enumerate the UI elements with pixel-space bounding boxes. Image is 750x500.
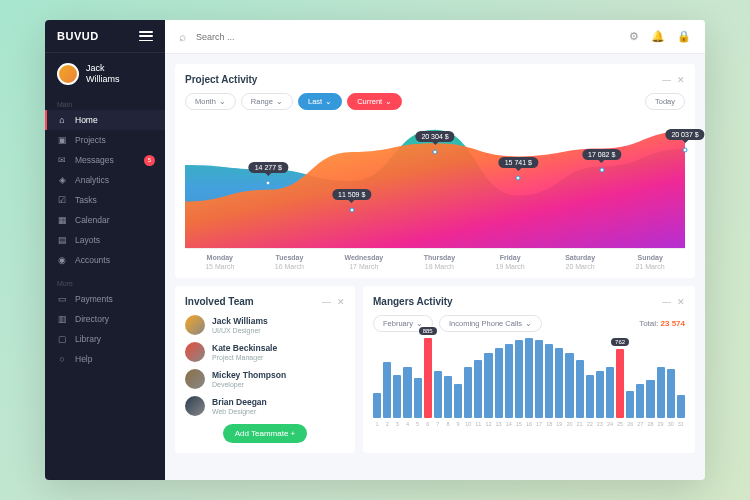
sidebar-item-label: Calendar (75, 215, 110, 225)
member-role: Web Designer (212, 408, 267, 415)
team-member[interactable]: Kate BeckinsaleProject Manager (185, 342, 345, 362)
minimize-icon[interactable]: — (322, 297, 331, 307)
current-user[interactable]: JackWilliams (45, 53, 165, 95)
project-activity-card: Project Activity —✕ Month ⌄ Range ⌄ Last… (175, 64, 695, 278)
sidebar-item-directory[interactable]: ▥Directory (45, 309, 165, 329)
bar[interactable]: 762 (616, 349, 624, 418)
avatar (185, 315, 205, 335)
bar[interactable] (667, 369, 675, 418)
filter-current[interactable]: Current ⌄ (347, 93, 402, 110)
chart-point[interactable] (599, 168, 604, 173)
x-tick: 26 (626, 421, 634, 427)
x-tick: 15 (515, 421, 523, 427)
search-input[interactable] (196, 32, 619, 42)
bar[interactable] (403, 367, 411, 418)
bar[interactable] (505, 344, 513, 418)
add-teammate-button[interactable]: Add Teammate + (223, 424, 308, 443)
gear-icon[interactable]: ⚙ (629, 30, 639, 43)
team-member[interactable]: Mickey ThompsonDeveloper (185, 369, 345, 389)
member-role: Project Manager (212, 354, 277, 361)
close-icon[interactable]: ✕ (677, 297, 685, 307)
nav-section-label: Main (45, 99, 165, 110)
chart-tooltip: 11 509 $ (332, 189, 371, 200)
bar[interactable] (555, 348, 563, 419)
sidebar-item-home[interactable]: ⌂Home (45, 110, 165, 130)
menu-toggle-icon[interactable] (139, 31, 153, 41)
sidebar-item-layots[interactable]: ▤Layots (45, 230, 165, 250)
bar[interactable]: 885 (424, 338, 432, 418)
filter-today[interactable]: Today (645, 93, 685, 110)
sidebar-item-accounts[interactable]: ◉Accounts (45, 250, 165, 270)
bar[interactable] (515, 340, 523, 418)
bar[interactable] (677, 395, 685, 419)
nav-icon: ▦ (57, 215, 67, 225)
sidebar-item-calendar[interactable]: ▦Calendar (45, 210, 165, 230)
bar[interactable] (535, 340, 543, 418)
bar[interactable] (373, 393, 381, 418)
search-icon[interactable]: ⌕ (179, 30, 186, 44)
bar[interactable] (414, 378, 422, 418)
chart-point[interactable] (433, 150, 438, 155)
sidebar-item-tasks[interactable]: ☑Tasks (45, 190, 165, 210)
bar[interactable] (434, 371, 442, 418)
sidebar-item-help[interactable]: ○Help (45, 349, 165, 369)
bar[interactable] (545, 344, 553, 418)
x-tick: 25 (616, 421, 624, 427)
sidebar-item-label: Payments (75, 294, 113, 304)
bar[interactable] (464, 367, 472, 418)
bar[interactable] (393, 375, 401, 418)
bar[interactable] (586, 375, 594, 418)
filter-metric[interactable]: Incoming Phone Calls ⌄ (439, 315, 542, 332)
bar[interactable] (576, 360, 584, 418)
close-icon[interactable]: ✕ (337, 297, 345, 307)
filter-month[interactable]: Month ⌄ (185, 93, 236, 110)
bar[interactable] (474, 360, 482, 418)
chart-tooltip: 14 277 $ (249, 162, 288, 173)
bar-tooltip: 885 (419, 327, 437, 335)
lock-icon[interactable]: 🔒 (677, 30, 691, 43)
chart-point[interactable] (516, 176, 521, 181)
bar[interactable] (495, 348, 503, 419)
sidebar-item-label: Projects (75, 135, 106, 145)
team-member[interactable]: Brian DeeganWeb Designer (185, 396, 345, 416)
bar[interactable] (657, 367, 665, 418)
nav-main: Main ⌂Home▣Projects✉Messages5◈Analytics☑… (45, 95, 165, 274)
bar[interactable] (444, 376, 452, 418)
filter-range[interactable]: Range ⌄ (241, 93, 293, 110)
bell-icon[interactable]: 🔔 (651, 30, 665, 43)
team-member[interactable]: Jack WilliamsUI/UX Designer (185, 315, 345, 335)
bar[interactable] (626, 391, 634, 418)
sidebar-item-label: Directory (75, 314, 109, 324)
bar[interactable] (596, 371, 604, 418)
bar[interactable] (636, 384, 644, 418)
bar[interactable] (565, 353, 573, 418)
bar[interactable] (383, 362, 391, 418)
chart-point[interactable] (683, 148, 688, 153)
x-tick: Friday19 March (496, 253, 525, 271)
bar[interactable] (454, 384, 462, 418)
bar[interactable] (484, 353, 492, 418)
nav-icon: ☑ (57, 195, 67, 205)
minimize-icon[interactable]: — (662, 75, 671, 85)
bar[interactable] (606, 367, 614, 418)
x-tick: 19 (555, 421, 563, 427)
minimize-icon[interactable]: — (662, 297, 671, 307)
user-name: JackWilliams (86, 63, 120, 85)
sidebar-item-library[interactable]: ▢Library (45, 329, 165, 349)
x-tick: 17 (535, 421, 543, 427)
bar[interactable] (646, 380, 654, 418)
close-icon[interactable]: ✕ (677, 75, 685, 85)
sidebar-item-projects[interactable]: ▣Projects (45, 130, 165, 150)
chart-point[interactable] (266, 181, 271, 186)
area-chart: 14 277 $11 509 $20 304 $15 741 $17 082 $… (185, 118, 685, 268)
chart-point[interactable] (349, 208, 354, 213)
sidebar-item-messages[interactable]: ✉Messages5 (45, 150, 165, 170)
nav-icon: ◈ (57, 175, 67, 185)
card-title: Mangers Activity (373, 296, 453, 307)
bar[interactable] (525, 338, 533, 418)
sidebar-item-analytics[interactable]: ◈Analytics (45, 170, 165, 190)
sidebar-item-payments[interactable]: ▭Payments (45, 289, 165, 309)
chart-tooltip: 20 304 $ (415, 131, 454, 142)
filter-last[interactable]: Last ⌄ (298, 93, 342, 110)
sidebar-item-label: Tasks (75, 195, 97, 205)
